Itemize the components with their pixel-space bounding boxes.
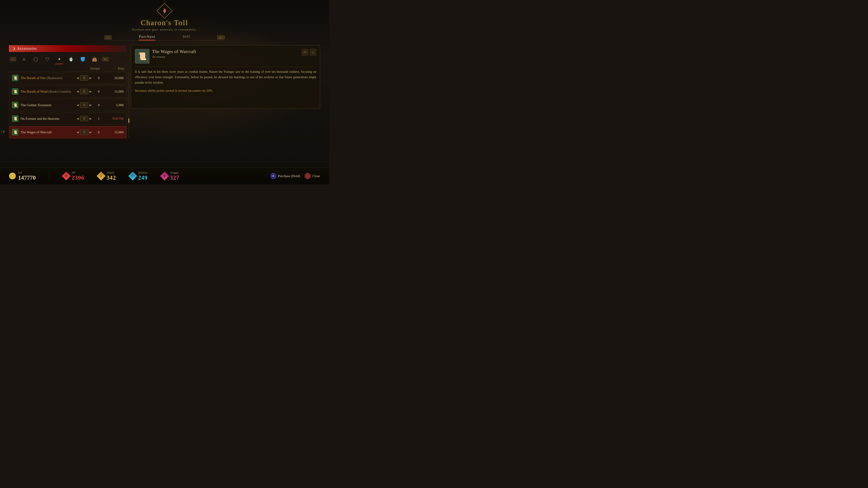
detail-header: 📜 The Wages of Warcraft Accessory 🗃 ◻ xyxy=(135,49,316,64)
icon-tab-bag[interactable]: 👜 xyxy=(90,55,98,63)
item-list: 📜 The Breath of Fire (Heatwave) ◀ 1 ▶ 0 … xyxy=(9,72,127,138)
qty-value: 1 xyxy=(80,116,88,121)
item-name: The Golden Testament xyxy=(21,103,76,107)
defense-label: Defense xyxy=(138,171,148,174)
stat-divider xyxy=(49,171,50,181)
page-title: Charon's Toll xyxy=(141,19,188,27)
scrollbar[interactable] xyxy=(128,72,129,138)
l2-indicator: L2 xyxy=(104,35,112,39)
hp-stat-icon: ♥ xyxy=(62,171,71,181)
qty-value: 1 xyxy=(80,102,88,108)
purchase-button-icon: ✕ xyxy=(270,173,276,179)
quantity-control[interactable]: ◀ 1 ▶ xyxy=(76,116,92,121)
icon-tab-pouch[interactable]: 🍵 xyxy=(67,55,75,63)
detail-item-icon: 📜 xyxy=(135,49,149,64)
owned-value: 0 xyxy=(92,90,105,94)
price-value: 5,000 xyxy=(105,103,124,107)
quantity-control[interactable]: ◀ 1 ▶ xyxy=(76,75,92,80)
qty-increase[interactable]: ▶ xyxy=(89,117,92,121)
icon-tab-barrel[interactable]: 🪣 xyxy=(79,55,87,63)
stagger-value: 327 xyxy=(170,174,180,181)
icon-tab-bar: L1 ⚔ ◯ 🛡 ✦ 🍵 🪣 👜 R1 xyxy=(9,55,127,63)
detail-compare-button[interactable]: 🗃 xyxy=(302,49,308,55)
attack-stat-icon: ⚔ xyxy=(96,171,105,181)
detail-bonus-text: Increases ability points earned in norma… xyxy=(135,88,316,93)
owned-value: 0 xyxy=(92,103,105,107)
price-value: 11,000 xyxy=(105,90,124,94)
detail-item-type: Accessory xyxy=(152,55,299,59)
bottom-stats-bar: G Gil 147770 ♥ HP 2396 ⚔ Attack 342 🛡 De xyxy=(0,167,329,184)
item-name: The Wages of Warcraft xyxy=(21,130,76,134)
col-price-header: Price xyxy=(106,67,124,70)
selection-cursor-icon: ☞ xyxy=(1,129,6,135)
icon-tab-shield[interactable]: 🛡 xyxy=(43,55,52,63)
qty-decrease[interactable]: ◀ xyxy=(76,117,79,121)
qty-decrease[interactable]: ◀ xyxy=(76,76,79,80)
list-item[interactable]: 📜 On Fortune and the Heavens ◀ 1 ▶ 1 Sol… xyxy=(9,112,127,125)
tab-purchase[interactable]: Purchase xyxy=(139,35,156,40)
qty-increase[interactable]: ▶ xyxy=(89,90,92,94)
quantity-control[interactable]: ◀ 1 ▶ xyxy=(76,89,92,94)
qty-decrease[interactable]: ◀ xyxy=(76,130,79,134)
detail-item-name: The Wages of Warcraft xyxy=(152,49,299,54)
qty-decrease[interactable]: ◀ xyxy=(76,103,79,107)
hp-label: HP xyxy=(72,171,84,174)
list-item[interactable]: 📜 The Golden Testament ◀ 1 ▶ 0 5,000 xyxy=(9,99,127,111)
defense-stat-icon: 🛡 xyxy=(128,171,137,181)
qty-increase[interactable]: ▶ xyxy=(89,130,92,134)
col-owned-header: Owned xyxy=(84,67,106,70)
tab-sell[interactable]: Sell xyxy=(183,35,190,40)
qty-increase[interactable]: ▶ xyxy=(89,76,92,80)
close-button-label: Close xyxy=(312,174,320,178)
column-headers: Owned Price xyxy=(9,67,127,70)
scrollbar-thumb xyxy=(128,119,129,123)
gil-value: 147770 xyxy=(18,174,36,181)
quantity-control[interactable]: ◀ 1 ▶ xyxy=(76,102,92,108)
icon-tab-sword[interactable]: ⚔ xyxy=(20,55,28,63)
icon-tab-amulet[interactable]: ✦ xyxy=(55,55,63,63)
purchase-hold-button[interactable]: ✕ Purchase (Hold) xyxy=(270,173,300,179)
item-icon: 📜 xyxy=(12,129,18,135)
item-icon: 📜 xyxy=(12,88,18,95)
sold-out-badge: Sold Out xyxy=(105,117,124,121)
list-item[interactable]: 📜 The Breath of Fire (Heatwave) ◀ 1 ▶ 0 … xyxy=(9,72,127,84)
icon-tab-ring[interactable]: ◯ xyxy=(32,55,40,63)
item-icon: 📜 xyxy=(12,75,18,81)
shop-logo-icon: 🏺 xyxy=(158,4,171,18)
price-value: 10,000 xyxy=(105,76,124,80)
category-label: Accessories xyxy=(17,46,37,51)
action-buttons: ✕ Purchase (Hold) ○ Close xyxy=(270,173,320,179)
shield-icon: 🛡 xyxy=(45,57,50,62)
defense-stat-group: 🛡 Defense 249 xyxy=(129,171,148,181)
gil-coin-icon: G xyxy=(9,173,16,180)
gil-group: G Gil 147770 xyxy=(9,171,36,181)
qty-value: 1 xyxy=(80,129,88,135)
qty-decrease[interactable]: ◀ xyxy=(76,90,79,94)
qty-increase[interactable]: ▶ xyxy=(89,103,92,107)
detail-separator xyxy=(135,67,316,67)
quantity-control[interactable]: ◀ 1 ▶ xyxy=(76,129,92,135)
detail-title-block: The Wages of Warcraft Accessory xyxy=(152,49,299,59)
item-icon: 📜 xyxy=(12,102,18,108)
qty-value: 1 xyxy=(80,89,88,94)
tab-bar: L2 Purchase Sell R2 xyxy=(104,35,225,41)
defense-value: 249 xyxy=(138,174,148,181)
owned-value: 1 xyxy=(92,117,105,121)
attack-value: 342 xyxy=(106,174,116,181)
r1-indicator: R1 xyxy=(102,57,109,61)
left-panel: ❯ Accessories L1 ⚔ ◯ 🛡 ✦ 🍵 🪣 xyxy=(9,45,127,140)
item-name: The Breath of Fire (Heatwave) xyxy=(21,76,76,80)
list-item[interactable]: 📜 The Breath of Wind (Rook's Gambit) ◀ 1… xyxy=(9,86,127,98)
hp-value: 2396 xyxy=(72,174,84,181)
amulet-icon: ✦ xyxy=(58,57,61,62)
close-button[interactable]: ○ Close xyxy=(305,173,320,179)
l1-indicator: L1 xyxy=(10,57,16,61)
header: 🏺 Charon's Toll Purchase new gear, mater… xyxy=(0,0,329,41)
bag-icon: 👜 xyxy=(92,57,97,62)
right-panel: 📜 The Wages of Warcraft Accessory 🗃 ◻ It… xyxy=(131,45,320,140)
detail-action-icons: 🗃 ◻ xyxy=(302,49,316,55)
list-item[interactable]: ☞ 📜 The Wages of Warcraft ◀ 1 ▶ 0 15,000 xyxy=(9,126,127,138)
detail-equip-button[interactable]: ◻ xyxy=(310,49,316,55)
owned-value: 0 xyxy=(92,76,105,80)
category-arrow-icon: ❯ xyxy=(13,47,16,51)
